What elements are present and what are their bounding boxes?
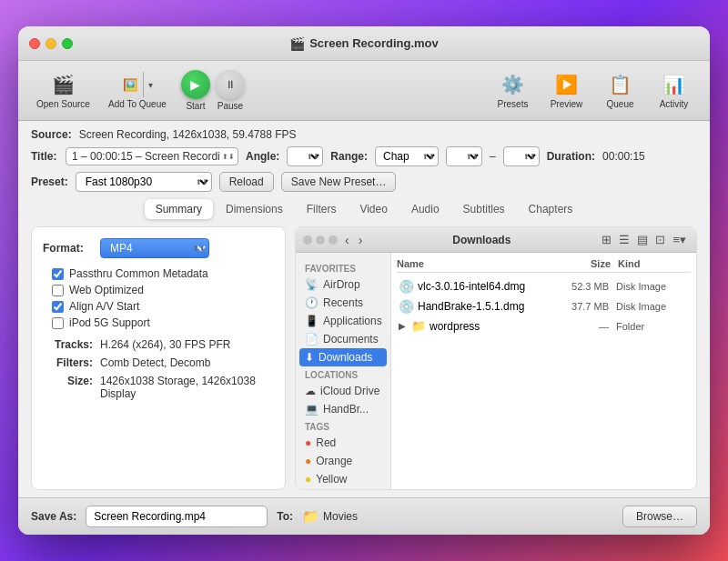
vlc-kind: Disk Image bbox=[616, 281, 689, 292]
to-folder[interactable]: 📁 Movies bbox=[302, 508, 358, 525]
checkbox-ipod: iPod 5G Support bbox=[52, 316, 274, 329]
tab-filters[interactable]: Filters bbox=[296, 199, 348, 219]
handbrake-size: 37.7 MB bbox=[545, 301, 609, 312]
sidebar-item-tag-yellow[interactable]: ● Yellow bbox=[296, 470, 390, 488]
browse-button[interactable]: Browse… bbox=[622, 506, 697, 527]
start-label: Start bbox=[181, 101, 210, 111]
tag-yellow-icon: ● bbox=[305, 473, 311, 486]
finder-column-view-button[interactable]: ▤ bbox=[634, 232, 651, 247]
start-pause-group: ▶ ⏸ Start Pause bbox=[177, 66, 248, 115]
finder-dot-1 bbox=[303, 235, 312, 245]
finder-back-button[interactable]: ‹ bbox=[343, 233, 351, 247]
size-value: 1426x1038 Storage, 1426x1038 Display bbox=[100, 375, 274, 400]
sidebar-item-downloads[interactable]: ⬇ Downloads bbox=[299, 348, 387, 366]
sidebar-item-icloud[interactable]: ☁ iCloud Drive bbox=[296, 382, 390, 400]
presets-button[interactable]: ⚙️ Presets bbox=[488, 68, 538, 113]
sidebar-item-tag-green[interactable]: ● Green bbox=[296, 488, 390, 489]
preset-select[interactable]: Fast 1080p30 bbox=[76, 172, 212, 192]
downloads-icon: ⬇ bbox=[305, 351, 314, 364]
tab-summary[interactable]: Summary bbox=[145, 199, 213, 219]
tab-video[interactable]: Video bbox=[349, 199, 398, 219]
file-name-vlc: 💿 vlc-3.0.16-intel64.dmg bbox=[399, 279, 545, 294]
tag-orange-icon: ● bbox=[305, 455, 311, 467]
web-optimized-label: Web Optimized bbox=[69, 284, 144, 296]
duration-label: Duration: bbox=[547, 150, 595, 163]
format-select-wrapper: MP4 bbox=[100, 238, 209, 258]
preset-select-wrapper: Fast 1080p30 bbox=[76, 172, 212, 192]
save-as-input[interactable] bbox=[86, 506, 268, 527]
sidebar-item-tag-orange[interactable]: ● Orange bbox=[296, 452, 390, 470]
range-type-select[interactable]: Chapters bbox=[375, 146, 439, 166]
handbrake-label: HandBr... bbox=[323, 403, 369, 416]
finder-more-button[interactable]: ≡▾ bbox=[670, 232, 689, 247]
source-value: Screen Recording, 1426x1038, 59.4788 FPS bbox=[79, 128, 297, 141]
vlc-filename: vlc-3.0.16-intel64.dmg bbox=[418, 280, 525, 293]
passthru-checkbox[interactable] bbox=[52, 268, 64, 280]
reload-button[interactable]: Reload bbox=[219, 172, 274, 192]
finder-list-view-button[interactable]: ☰ bbox=[616, 232, 632, 247]
vlc-size: 52.3 MB bbox=[545, 281, 609, 292]
title-select[interactable]: 1 – 00:00:15 – Screen Recording bbox=[66, 147, 238, 165]
minimize-button[interactable] bbox=[46, 38, 56, 49]
align-av-checkbox[interactable] bbox=[52, 301, 64, 313]
to-folder-icon: 📁 bbox=[302, 508, 319, 525]
applications-label: Applications bbox=[323, 315, 382, 327]
save-preset-button[interactable]: Save New Preset… bbox=[281, 172, 397, 192]
file-row-vlc[interactable]: 💿 vlc-3.0.16-intel64.dmg 52.3 MB Disk Im… bbox=[397, 276, 691, 296]
downloads-label: Downloads bbox=[318, 351, 372, 364]
sidebar-item-recents[interactable]: 🕐 Recents bbox=[296, 294, 390, 312]
handbrake-icon: 💻 bbox=[305, 403, 318, 416]
filters-label: Filters: bbox=[43, 356, 93, 369]
pause-button[interactable]: ⏸ bbox=[216, 70, 245, 99]
finder-view-buttons: ⊞ ☰ ▤ ⊡ ≡▾ bbox=[599, 232, 689, 247]
finder-traffic-lights bbox=[303, 235, 338, 245]
file-row-handbrake[interactable]: 💿 HandBrake-1.5.1.dmg 37.7 MB Disk Image bbox=[397, 296, 691, 316]
activity-button[interactable]: 📊 Activity bbox=[649, 68, 699, 113]
sidebar-item-documents[interactable]: 📄 Documents bbox=[296, 330, 390, 348]
tracks-label: Tracks: bbox=[43, 338, 93, 351]
ipod-checkbox[interactable] bbox=[52, 317, 64, 329]
passthru-label: Passthru Common Metadata bbox=[69, 267, 208, 280]
sidebar-item-handbrake[interactable]: 💻 HandBr... bbox=[296, 400, 390, 418]
range-label: Range: bbox=[330, 150, 368, 163]
close-button[interactable] bbox=[29, 38, 40, 49]
range-to-select[interactable]: 1 bbox=[503, 146, 540, 166]
tag-yellow-label: Yellow bbox=[316, 473, 347, 486]
tab-subtitles[interactable]: Subtitles bbox=[452, 199, 516, 219]
title-select-wrapper: 1 – 00:00:15 – Screen Recording bbox=[66, 147, 238, 165]
add-to-queue-button[interactable]: 🖼️ ▾ Add To Queue bbox=[101, 68, 174, 113]
sidebar-item-airdrop[interactable]: 📡 AirDrop bbox=[296, 275, 390, 294]
wordpress-expand-arrow[interactable]: ▶ bbox=[399, 321, 406, 331]
file-row-wordpress[interactable]: ▶ 📁 wordpress — Folder bbox=[397, 316, 691, 336]
maximize-button[interactable] bbox=[62, 38, 73, 49]
open-source-button[interactable]: 🎬 Open Source bbox=[29, 68, 97, 113]
queue-button[interactable]: 📋 Queue bbox=[595, 68, 645, 113]
range-from-select[interactable]: 1 bbox=[446, 146, 482, 166]
open-source-icon: 🎬 bbox=[50, 72, 76, 97]
format-select[interactable]: MP4 bbox=[100, 238, 209, 258]
web-optimized-checkbox[interactable] bbox=[52, 285, 64, 296]
tab-dimensions[interactable]: Dimensions bbox=[215, 199, 294, 219]
tab-audio[interactable]: Audio bbox=[400, 199, 450, 219]
finder-grid-view-button[interactable]: ⊞ bbox=[599, 232, 614, 247]
preview-button[interactable]: ▶️ Preview bbox=[541, 68, 592, 113]
sidebar-item-applications[interactable]: 📱 Applications bbox=[296, 312, 390, 330]
finder-gallery-view-button[interactable]: ⊡ bbox=[652, 232, 668, 247]
content-area: Source: Screen Recording, 1426x1038, 59.… bbox=[18, 121, 710, 497]
add-to-queue-dropdown-arrow[interactable]: ▾ bbox=[144, 72, 157, 97]
tag-red-icon: ● bbox=[305, 436, 311, 449]
finder-toolbar: ‹ › Downloads ⊞ ☰ ▤ ⊡ ≡▾ bbox=[296, 227, 696, 253]
start-button[interactable]: ▶ bbox=[181, 70, 210, 99]
sidebar-item-tag-red[interactable]: ● Red bbox=[296, 434, 390, 452]
range-from-wrapper: 1 bbox=[446, 146, 482, 166]
bottom-bar: Save As: To: 📁 Movies Browse… bbox=[18, 497, 710, 535]
finder-forward-button[interactable]: › bbox=[357, 233, 365, 247]
angle-select[interactable]: 1 bbox=[287, 146, 323, 166]
handbrake-kind: Disk Image bbox=[616, 301, 689, 312]
tag-red-label: Red bbox=[316, 436, 336, 449]
tab-chapters[interactable]: Chapters bbox=[518, 199, 584, 219]
range-dash: – bbox=[490, 150, 496, 163]
to-folder-name: Movies bbox=[323, 510, 358, 523]
recents-icon: 🕐 bbox=[305, 296, 318, 309]
ipod-label: iPod 5G Support bbox=[69, 316, 150, 329]
